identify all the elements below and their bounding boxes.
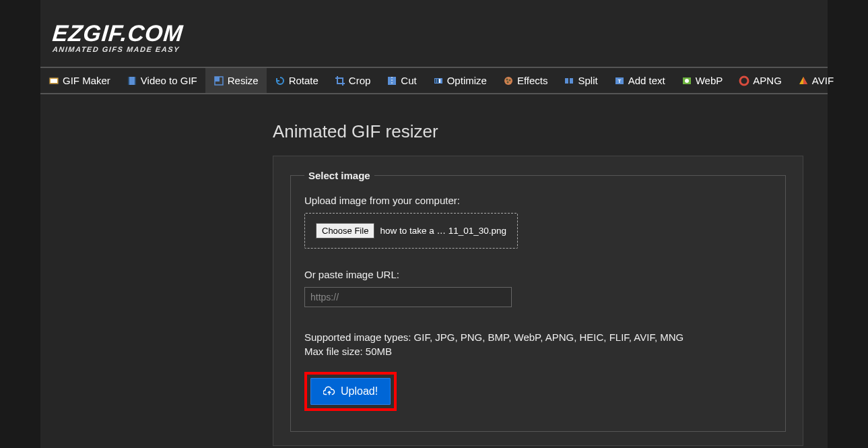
nav-label: Rotate [289,75,319,86]
logo-title[interactable]: EZGIF.COM [51,20,185,46]
rotate-icon [275,75,286,86]
svg-point-14 [506,78,508,80]
nav-add-text[interactable]: TAdd text [606,68,673,93]
nav-label: Crop [349,75,371,86]
nav-gif-maker[interactable]: GIF Maker [40,68,119,93]
crop-icon [335,75,345,86]
upload-highlight: Upload! [304,372,397,411]
nav-crop[interactable]: Crop [327,68,379,93]
nav-effects[interactable]: Effects [495,68,556,93]
nav-label: AVIF [812,75,834,86]
svg-rect-6 [215,77,220,82]
select-image-fieldset: Select image Upload image from your comp… [290,170,786,432]
main-nav: GIF MakerVideo to GIFResizeRotateCropCut… [40,67,828,94]
url-input[interactable] [304,287,512,307]
nav-label: Split [578,75,597,86]
apng-icon [739,75,749,86]
fieldset-legend: Select image [304,170,374,181]
resize-icon [213,75,224,86]
cut-icon [387,75,397,86]
url-label: Or paste image URL: [304,269,772,280]
upload-button[interactable]: Upload! [310,378,391,405]
svg-rect-1 [51,79,57,83]
choose-file-button[interactable]: Choose File [316,223,374,238]
svg-rect-18 [570,78,573,84]
optimize-icon [433,75,444,86]
split-icon [564,75,574,86]
nav-resize[interactable]: Resize [205,68,267,93]
svg-rect-10 [435,79,436,83]
nav-label: Optimize [447,75,487,86]
svg-point-15 [508,79,510,81]
effects-icon [503,75,514,86]
file-dropzone[interactable]: Choose File how to take a … 11_01_30.png [304,213,518,249]
page-title: Animated GIF resizer [273,121,828,142]
svg-rect-4 [135,77,136,85]
upload-label: Upload image from your computer: [304,195,772,206]
max-size-text: Max file size: 50MB [304,346,772,357]
nav-label: Add text [628,75,665,86]
upload-button-label: Upload! [341,385,378,397]
svg-rect-17 [565,78,568,84]
nav-label: Effects [517,75,548,86]
svg-point-22 [685,79,689,83]
svg-text:T: T [617,78,621,84]
nav-webp[interactable]: WebP [673,68,731,93]
avif-icon [798,75,809,86]
svg-point-23 [740,77,748,85]
supported-types-text: Supported image types: GIF, JPG, PNG, BM… [304,331,772,343]
svg-point-16 [506,81,508,83]
nav-label: GIF Maker [63,75,110,86]
svg-point-13 [504,77,512,85]
nav-cut[interactable]: Cut [378,68,424,93]
nav-split[interactable]: Split [556,68,605,93]
nav-apng[interactable]: APNG [731,68,790,93]
logo-tagline: ANIMATED GIFS MADE EASY [52,45,828,53]
nav-label: APNG [753,75,782,86]
gif-maker-icon [48,75,59,86]
nav-label: Cut [401,75,416,86]
video-icon [127,75,137,86]
nav-label: Resize [228,75,259,86]
selected-file-name: how to take a … 11_01_30.png [380,226,506,236]
svg-rect-11 [437,79,438,83]
nav-rotate[interactable]: Rotate [267,68,327,93]
nav-label: Video to GIF [141,75,197,86]
text-icon: T [614,75,625,86]
upload-panel: Select image Upload image from your comp… [273,156,803,446]
header: EZGIF.COM ANIMATED GIFS MADE EASY [40,0,828,67]
upload-cloud-icon [323,385,335,397]
nav-avif[interactable]: AVIF [790,68,842,93]
svg-rect-12 [439,79,440,83]
nav-video-to-gif[interactable]: Video to GIF [119,68,205,93]
nav-label: WebP [696,75,723,86]
webp-icon [681,75,692,86]
nav-optimize[interactable]: Optimize [425,68,495,93]
svg-rect-3 [128,77,129,85]
